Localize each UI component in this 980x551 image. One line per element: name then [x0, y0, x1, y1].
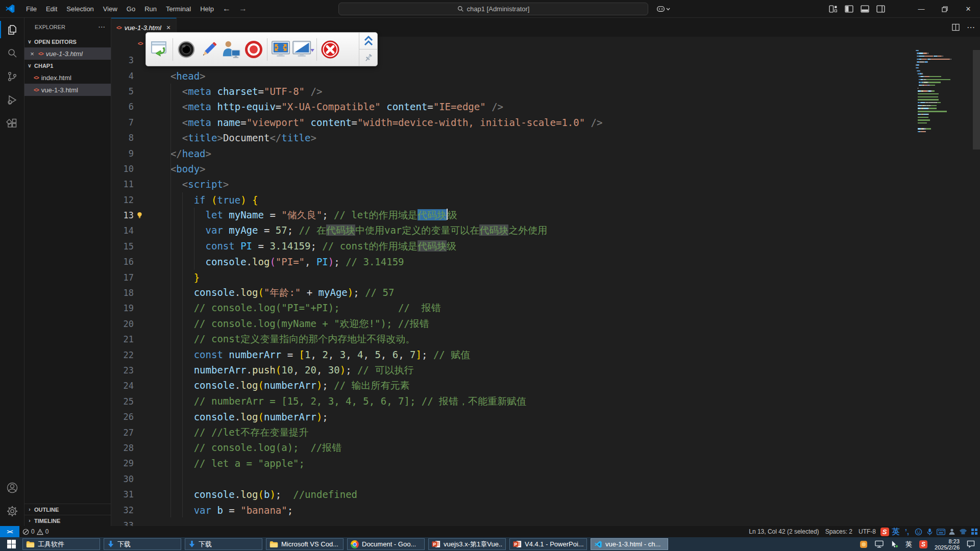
microphone-icon[interactable] — [925, 527, 934, 536]
code-line-16[interactable]: 16 console.log("PI=", PI); // 3.14159 — [111, 254, 980, 269]
forward-arrow-icon[interactable]: → — [235, 3, 251, 14]
code-line-9[interactable]: 9 </head> — [111, 145, 980, 161]
problems-indicator[interactable]: 0 0 — [19, 526, 52, 537]
taskbar-button-document-goo-[interactable]: Document - Goo... — [347, 538, 425, 550]
tray-sogou-icon[interactable]: S — [919, 540, 927, 548]
open-editors-section[interactable]: ∨ OPEN EDITORS — [24, 36, 111, 47]
code-line-6[interactable]: 6 <meta http-equiv="X-UA-Compatible" con… — [111, 99, 980, 114]
notification-icon[interactable] — [967, 540, 975, 548]
code-line-4[interactable]: 4 <head> — [111, 68, 980, 83]
menu-item-edit[interactable]: Edit — [41, 3, 62, 15]
code-line-21[interactable]: 21 // const定义变量指向的那个内存地址不得改动。 — [111, 332, 980, 347]
code-line-18[interactable]: 18 console.log("年龄:" + myAge); // 57 — [111, 285, 980, 300]
double-chevron-up-icon[interactable] — [359, 33, 377, 49]
code-line-10[interactable]: 10 <body> — [111, 161, 980, 177]
cursor-tool-icon[interactable] — [891, 540, 898, 548]
customize-layout-icon[interactable] — [829, 5, 838, 13]
taskbar-button--[interactable]: 下载 — [185, 538, 262, 550]
close-icon[interactable] — [319, 35, 341, 64]
record-icon[interactable] — [242, 35, 265, 64]
code-line-29[interactable]: 29 // let a = "apple"; — [111, 456, 980, 471]
menu-item-file[interactable]: File — [21, 3, 41, 15]
file-item-index.html[interactable]: <>index.html — [24, 71, 111, 84]
cursor-position[interactable]: Ln 13, Col 42 (2 selected) — [746, 526, 822, 537]
back-arrow-icon[interactable]: ← — [218, 3, 235, 14]
pencil-icon[interactable] — [198, 35, 220, 64]
camera-lens-icon[interactable] — [175, 35, 198, 64]
code-line-5[interactable]: 5 <meta charset="UTF-8" /> — [111, 84, 980, 99]
scrollbar-thumb[interactable] — [973, 50, 980, 149]
close-window-button[interactable]: ✕ — [957, 0, 980, 18]
code-line-30[interactable]: 30 — [111, 471, 980, 487]
outline-section[interactable]: › OUTLINE — [24, 504, 111, 515]
close-tab-icon[interactable]: × — [166, 23, 170, 32]
code-line-25[interactable]: 25 // numberArr = [15, 2, 3, 4, 5, 6, 7]… — [111, 394, 980, 409]
code-line-7[interactable]: 7 <meta name="viewport" content="width=d… — [111, 115, 980, 130]
timeline-section[interactable]: › TIMELINE — [24, 515, 111, 526]
grid-icon[interactable] — [970, 527, 979, 536]
encoding-indicator[interactable]: UTF-8 — [855, 526, 879, 537]
file-item-vue-1-3.html[interactable]: <>vue-1-3.html — [24, 84, 111, 96]
code-editor[interactable]: 34 <head>5 <meta charset="UTF-8" />6 <me… — [111, 50, 980, 526]
code-line-14[interactable]: 14 var myAge = 57; // 在代码块中使用var定义的变量可以在… — [111, 223, 980, 238]
code-line-31[interactable]: 31 console.log(b); //undefined — [111, 487, 980, 502]
screen-select-icon[interactable] — [292, 35, 314, 64]
start-button[interactable] — [0, 537, 22, 551]
folder-section-chap1[interactable]: ∨ CHAP1 — [24, 60, 111, 71]
menu-item-go[interactable]: Go — [122, 3, 140, 15]
keyboard-icon[interactable] — [936, 527, 945, 536]
explorer-icon[interactable] — [0, 18, 24, 41]
command-center-search[interactable]: chap1 [Administrator] — [338, 3, 648, 15]
settings-gear-icon[interactable] — [0, 499, 24, 523]
taskbar-button--[interactable]: 工具软件 — [22, 538, 100, 550]
tray-ime-language[interactable]: 英 — [905, 540, 912, 549]
pin-icon[interactable] — [359, 49, 377, 66]
taskbar-button-microsoft-vs-cod-[interactable]: Microsoft VS Cod... — [266, 538, 344, 550]
menu-item-terminal[interactable]: Terminal — [161, 3, 195, 15]
presenter-icon[interactable] — [220, 35, 242, 64]
taskbar-button-v4-4-1-powerpoi-[interactable]: PV4.4.1 - PowerPoi... — [509, 538, 587, 550]
code-line-11[interactable]: 11 <script> — [111, 177, 980, 192]
tray-app-icon[interactable] — [860, 540, 868, 548]
extensions-icon[interactable] — [0, 112, 24, 135]
tray-clock[interactable]: 8:23 2025/2/26 — [935, 538, 960, 550]
minimap[interactable] — [915, 50, 972, 137]
menu-item-help[interactable]: Help — [195, 3, 218, 15]
copilot-button[interactable] — [653, 3, 673, 15]
code-line-26[interactable]: 26 console.log(numberArr); — [111, 409, 980, 424]
lightbulb-icon[interactable] — [136, 211, 143, 219]
account-icon[interactable] — [0, 476, 24, 499]
search-sidebar-icon[interactable] — [0, 41, 24, 65]
menu-item-run[interactable]: Run — [140, 3, 161, 15]
more-actions-icon[interactable]: ··· — [99, 24, 106, 30]
taskbar-button-vue-1-3-html-ch-[interactable]: vue-1-3.html - ch... — [591, 538, 668, 550]
toggle-panel-icon[interactable] — [861, 5, 869, 13]
editor-more-actions-icon[interactable]: ⋯ — [967, 22, 975, 32]
toggle-secondary-sidebar-icon[interactable] — [876, 5, 885, 13]
minimize-button[interactable]: — — [910, 0, 933, 18]
code-line-32[interactable]: 32 var b = "banana"; — [111, 502, 980, 517]
ime-language-indicator[interactable]: 英 — [891, 527, 900, 536]
punctuation-icon[interactable]: ’, — [902, 527, 912, 536]
fullscreen-icon[interactable] — [270, 35, 292, 64]
code-line-20[interactable]: 20 // console.log(myName + "欢迎您!"); //报错 — [111, 316, 980, 332]
code-line-17[interactable]: 17 } — [111, 269, 980, 285]
person-icon[interactable] — [947, 527, 957, 536]
indentation-indicator[interactable]: Spaces: 2 — [822, 526, 855, 537]
code-line-15[interactable]: 15 const PI = 3.14159; // const的作用域是代码块级 — [111, 239, 980, 254]
source-control-icon[interactable] — [0, 65, 24, 88]
window-share-icon[interactable] — [148, 35, 170, 64]
code-line-24[interactable]: 24 console.log(numberArr); // 输出所有元素 — [111, 378, 980, 393]
code-line-33[interactable]: 33 — [111, 518, 980, 526]
skin-icon[interactable] — [959, 527, 968, 536]
close-icon[interactable]: × — [29, 50, 36, 58]
code-line-13[interactable]: 13 let myName = "储久良"; // let的作用域是代码块级 — [111, 208, 980, 223]
remote-indicator[interactable]: >< — [0, 526, 19, 537]
code-line-28[interactable]: 28 // console.log(a); //报错 — [111, 440, 980, 456]
split-editor-icon[interactable] — [952, 23, 960, 31]
toggle-sidebar-icon[interactable] — [845, 5, 853, 13]
network-display-icon[interactable] — [875, 540, 884, 548]
taskbar-button-vuejs3-x-1-vue-[interactable]: Pvuejs3.x-第1章Vue... — [428, 538, 506, 550]
menu-item-selection[interactable]: Selection — [62, 3, 98, 15]
restore-button[interactable] — [933, 0, 957, 18]
